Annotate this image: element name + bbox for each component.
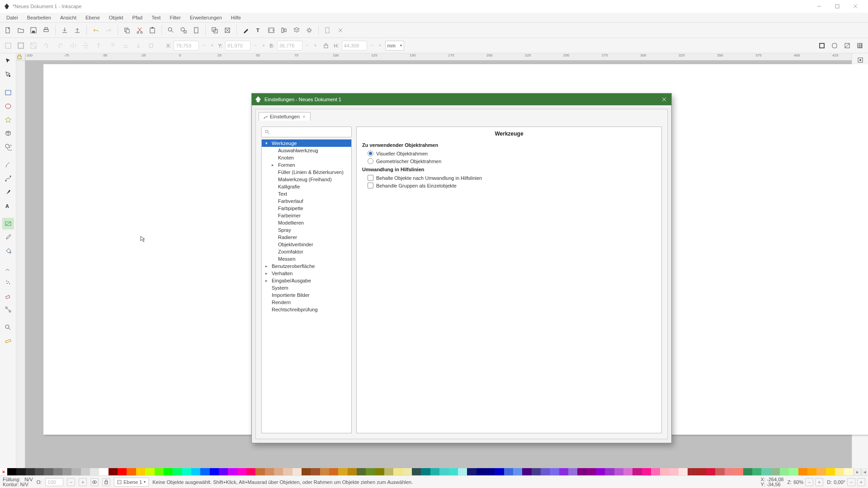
x-inc[interactable]: + <box>209 41 215 51</box>
opacity-inc[interactable]: + <box>79 478 87 486</box>
palette-swatch[interactable] <box>725 468 734 475</box>
tree-messen[interactable]: Messen <box>262 255 351 263</box>
dialog-tab-einstellungen[interactable]: Einstellungen × <box>259 112 311 121</box>
palette-swatch[interactable] <box>513 468 522 475</box>
text-tool[interactable]: A <box>2 200 14 211</box>
palette-swatch[interactable] <box>651 468 660 475</box>
palette-swatch[interactable] <box>706 468 715 475</box>
palette-swatch[interactable] <box>219 468 228 475</box>
menu-bearbeiten[interactable]: Bearbeiten <box>23 14 56 21</box>
menu-hilfe[interactable]: Hilfe <box>226 14 245 21</box>
palette-swatch[interactable] <box>761 468 770 475</box>
zoom-draw-button[interactable] <box>178 25 189 36</box>
tree-farbpipette[interactable]: Farbpipette <box>262 205 351 212</box>
tree-radierer[interactable]: Radierer <box>262 234 351 241</box>
palette-swatch[interactable] <box>338 468 347 475</box>
palette-menu-button[interactable]: ◂ <box>861 468 868 475</box>
lock-ratio-button[interactable] <box>321 40 331 51</box>
close-button[interactable] <box>846 1 864 11</box>
palette-swatch[interactable] <box>384 468 393 475</box>
bucket-tool[interactable] <box>2 245 14 257</box>
palette-swatch[interactable] <box>439 468 448 475</box>
menu-datei[interactable]: Datei <box>2 14 23 21</box>
export-button[interactable] <box>72 25 83 36</box>
h-inc[interactable]: + <box>377 41 383 51</box>
transform-corner-button[interactable] <box>829 40 840 51</box>
palette-swatch[interactable] <box>504 468 513 475</box>
tree-text[interactable]: Text <box>262 190 351 197</box>
raise-top-button[interactable] <box>93 40 104 51</box>
palette-swatch[interactable] <box>541 468 550 475</box>
palette-swatch[interactable] <box>393 468 402 475</box>
palette-scroll-button[interactable]: ▸ <box>854 468 861 475</box>
palette-swatch[interactable] <box>642 468 651 475</box>
palette-swatch[interactable] <box>670 468 679 475</box>
palette-swatch[interactable] <box>191 468 200 475</box>
visibility-button[interactable] <box>90 478 99 486</box>
rotate-inc-button[interactable]: + <box>857 478 865 486</box>
x-input[interactable]: 79,753 <box>174 41 199 51</box>
text-button[interactable]: T <box>253 25 264 36</box>
palette-swatch[interactable] <box>302 468 311 475</box>
w-dec[interactable]: − <box>304 41 311 51</box>
tree-objektverbinder[interactable]: Objektverbinder <box>262 241 351 248</box>
dialog-close-button[interactable] <box>660 95 669 104</box>
palette-swatch[interactable] <box>614 468 623 475</box>
tree-benutzer[interactable]: Benutzeroberfläche <box>262 263 351 270</box>
palette-swatch[interactable] <box>228 468 237 475</box>
dropper-tool[interactable] <box>2 231 14 243</box>
horizontal-ruler[interactable]: -100-75-50-25025507510012515017520022525… <box>25 53 852 61</box>
h-input[interactable]: 44,308 <box>342 41 367 51</box>
palette-swatch[interactable] <box>403 468 412 475</box>
rotate-dec-button[interactable]: − <box>847 478 855 486</box>
minimize-button[interactable] <box>810 1 828 11</box>
lower-bottom-button[interactable] <box>133 40 144 51</box>
selector-tool[interactable] <box>2 55 14 67</box>
palette-swatch[interactable] <box>798 468 807 475</box>
option-visueller[interactable]: Visueller Objektrahmen <box>362 150 656 157</box>
palette-swatch[interactable] <box>71 468 80 475</box>
palette-swatch[interactable] <box>835 468 844 475</box>
palette-swatch[interactable] <box>329 468 338 475</box>
preferences-tree[interactable]: Werkzeuge Auswahlwerkzeug Knoten ▸Formen… <box>261 139 352 433</box>
palette-swatch[interactable] <box>807 468 816 475</box>
opacity-dec[interactable]: − <box>67 478 75 486</box>
unit-select[interactable]: mm▾ <box>385 41 404 51</box>
vertical-ruler[interactable] <box>16 61 25 468</box>
tree-spray[interactable]: Spray <box>262 226 351 234</box>
transform-stroke-button[interactable] <box>816 40 827 51</box>
palette-swatch[interactable] <box>780 468 789 475</box>
spiral-tool[interactable] <box>2 141 14 153</box>
palette-swatch[interactable] <box>136 468 145 475</box>
palette-swatch[interactable] <box>366 468 375 475</box>
palette-swatch[interactable] <box>246 468 255 475</box>
palette-none-swatch[interactable]: × <box>0 468 7 475</box>
eraser-tool[interactable] <box>2 290 14 302</box>
tree-bilder[interactable]: Importierte Bilder <box>262 291 351 299</box>
spray-tool[interactable] <box>2 277 14 288</box>
rect-tool[interactable] <box>2 87 14 99</box>
palette-swatch[interactable] <box>182 468 191 475</box>
global-prefs-button[interactable] <box>335 25 346 36</box>
new-file-button[interactable] <box>3 25 14 36</box>
tree-verhalten[interactable]: Verhalten <box>262 270 351 277</box>
palette-swatch[interactable] <box>568 468 577 475</box>
w-inc[interactable]: + <box>312 41 319 51</box>
tree-formen[interactable]: ▸Formen <box>262 161 351 169</box>
tree-fueller[interactable]: Füller (Linien & Bézierkurven) <box>262 169 351 176</box>
palette-swatch[interactable] <box>486 468 495 475</box>
palette-swatch[interactable] <box>697 468 706 475</box>
transform-pattern-button[interactable] <box>854 40 865 51</box>
menu-erweiterungen[interactable]: Erweiterungen <box>185 14 226 21</box>
zoom-page-button[interactable] <box>191 25 202 36</box>
redo-button[interactable] <box>103 25 114 36</box>
clone-button[interactable] <box>222 25 233 36</box>
deselect-button[interactable] <box>28 40 39 51</box>
palette-swatch[interactable] <box>679 468 688 475</box>
palette-swatch[interactable] <box>577 468 586 475</box>
palette-swatch[interactable] <box>53 468 62 475</box>
palette-swatch[interactable] <box>660 468 669 475</box>
palette-swatch[interactable] <box>99 468 108 475</box>
palette-swatch[interactable] <box>357 468 366 475</box>
palette-swatch[interactable] <box>458 468 467 475</box>
